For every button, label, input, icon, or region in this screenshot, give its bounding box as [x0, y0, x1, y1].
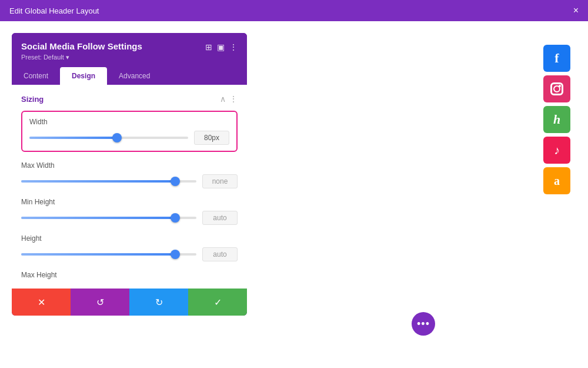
width-label: Width [29, 118, 229, 126]
dots-icon: ••• [417, 318, 430, 330]
max-height-slider-row: Max Height [21, 271, 238, 279]
max-width-fill [21, 180, 175, 183]
section-title: Sizing [21, 95, 44, 104]
width-thumb[interactable] [112, 133, 122, 142]
confirm-icon: ✓ [214, 297, 222, 308]
height-track [21, 253, 196, 256]
floating-dots-button[interactable]: ••• [412, 312, 435, 336]
panel-header-left: Social Media Follow Settings Preset: Def… [21, 41, 142, 61]
min-height-slider-control: auto [21, 211, 238, 225]
panel-title: Social Media Follow Settings [21, 41, 142, 51]
max-width-slider-row: Max Width none [21, 161, 238, 188]
reset-button[interactable]: ↺ [71, 289, 129, 316]
width-track [29, 137, 188, 139]
min-height-value[interactable]: auto [202, 211, 238, 225]
height-fill [21, 253, 175, 256]
section-more-icon[interactable]: ⋮ [229, 94, 238, 104]
top-bar: Edit Global Header Layout × [0, 0, 588, 21]
amazon-icon: a [554, 174, 560, 188]
min-height-fill [21, 217, 175, 219]
left-panel: Social Media Follow Settings Preset: Def… [0, 21, 259, 368]
facebook-button[interactable]: f [543, 45, 570, 72]
min-height-label: Min Height [21, 198, 238, 206]
redo-button[interactable]: ↻ [129, 289, 188, 316]
right-area: f h ♪ a ••• [259, 21, 588, 368]
close-button[interactable]: × [573, 6, 579, 15]
min-height-track [21, 217, 196, 219]
tab-design[interactable]: Design [60, 67, 107, 85]
min-height-track-wrap[interactable] [21, 217, 196, 219]
max-width-track-wrap[interactable] [21, 180, 196, 183]
max-width-track [21, 180, 196, 183]
panel-body: Sizing ∧ ⋮ Width [12, 85, 247, 289]
max-height-label: Max Height [21, 271, 238, 279]
width-slider-row: Width 80px [21, 111, 238, 152]
height-thumb[interactable] [171, 250, 180, 259]
confirm-button[interactable]: ✓ [188, 289, 247, 316]
section-controls: ∧ ⋮ [220, 94, 238, 104]
width-slider-control: 80px [29, 131, 229, 145]
houzz-icon: h [553, 112, 560, 127]
responsive-icon[interactable]: ⊞ [205, 42, 212, 52]
redo-icon: ↻ [155, 297, 163, 308]
height-value[interactable]: auto [202, 247, 238, 261]
width-value[interactable]: 80px [194, 131, 229, 145]
action-bar: ✕ ↺ ↻ ✓ [12, 289, 247, 316]
facebook-icon: f [554, 51, 559, 66]
amazon-button[interactable]: a [543, 167, 570, 194]
panel-header: Social Media Follow Settings Preset: Def… [12, 33, 247, 67]
panel-preset: Preset: Default ▾ [21, 54, 142, 61]
main-area: Social Media Follow Settings Preset: Def… [0, 21, 588, 368]
min-height-slider-row: Min Height auto [21, 198, 238, 225]
cancel-button[interactable]: ✕ [12, 289, 71, 316]
max-width-thumb[interactable] [171, 177, 180, 186]
panel-card: Social Media Follow Settings Preset: Def… [12, 33, 247, 316]
panel-header-icons: ⊞ ▣ ⋮ [205, 42, 238, 52]
height-label: Height [21, 234, 238, 243]
panel-tabs: Content Design Advanced [12, 67, 247, 85]
houzz-button[interactable]: h [543, 106, 570, 133]
width-track-wrap[interactable] [29, 137, 188, 139]
max-width-label: Max Width [21, 161, 238, 170]
dialog-title: Edit Global Header Layout [9, 6, 99, 15]
instagram-button[interactable] [543, 75, 570, 102]
width-fill [29, 137, 117, 139]
height-slider-control: auto [21, 247, 238, 261]
tab-content[interactable]: Content [12, 67, 60, 85]
tiktok-icon: ♪ [554, 144, 560, 157]
instagram-icon [550, 82, 563, 95]
tiktok-button[interactable]: ♪ [543, 137, 570, 164]
cancel-icon: ✕ [38, 297, 45, 308]
min-height-thumb[interactable] [171, 213, 180, 223]
max-width-value[interactable]: none [202, 174, 238, 188]
max-width-slider-control: none [21, 174, 238, 188]
social-icons-list: f h ♪ a [543, 45, 570, 194]
collapse-icon[interactable]: ∧ [220, 94, 226, 104]
reset-icon: ↺ [96, 297, 104, 308]
more-options-icon[interactable]: ⋮ [229, 42, 238, 52]
tab-advanced[interactable]: Advanced [107, 67, 162, 85]
layout-icon[interactable]: ▣ [217, 42, 225, 52]
sizing-section-header: Sizing ∧ ⋮ [21, 94, 238, 104]
height-slider-row: Height auto [21, 234, 238, 261]
height-track-wrap[interactable] [21, 253, 196, 256]
